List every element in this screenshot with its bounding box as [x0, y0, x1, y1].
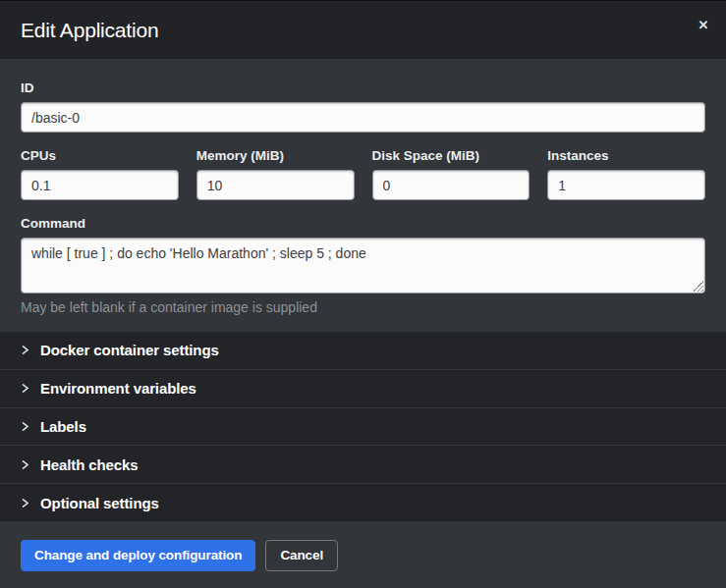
id-input[interactable] — [21, 102, 705, 133]
command-textarea[interactable]: while [ true ] ; do echo 'Hello Marathon… — [21, 238, 705, 294]
instances-input[interactable] — [547, 170, 705, 200]
accordion-optional-settings[interactable]: Optional settings — [0, 483, 726, 521]
modal-body: ID CPUs Memory (MiB) Disk Space (MiB) In… — [0, 59, 726, 332]
command-textarea-wrap: while [ true ] ; do echo 'Hello Marathon… — [21, 238, 705, 294]
accordion-labels[interactable]: Labels — [0, 407, 726, 446]
modal-title: Edit Application — [21, 19, 158, 42]
memory-input[interactable] — [196, 170, 355, 200]
close-icon[interactable]: ✕ — [694, 16, 713, 35]
command-help-text: May be left blank if a container image i… — [21, 299, 705, 315]
accordion-label: Docker container settings — [40, 342, 219, 358]
instances-label: Instances — [547, 148, 705, 163]
cpus-input[interactable] — [21, 170, 179, 200]
memory-field-group: Memory (MiB) — [196, 148, 355, 200]
chevron-right-icon — [21, 499, 29, 508]
chevron-right-icon — [21, 460, 29, 469]
modal-header: Edit Application ✕ — [0, 1, 726, 59]
id-field-group: ID — [21, 80, 705, 133]
cancel-button[interactable]: Cancel — [265, 540, 338, 571]
accordion-label: Labels — [40, 418, 86, 435]
accordion-label: Optional settings — [40, 495, 159, 511]
cpus-field-group: CPUs — [21, 148, 179, 200]
modal-footer: Change and deploy configuration Cancel — [0, 521, 726, 588]
command-field-group: Command while [ true ] ; do echo 'Hello … — [21, 216, 705, 315]
id-label: ID — [21, 80, 705, 95]
accordion-docker-container-settings[interactable]: Docker container settings — [0, 332, 726, 369]
change-and-deploy-button[interactable]: Change and deploy configuration — [21, 540, 255, 571]
chevron-right-icon — [21, 384, 29, 393]
memory-label: Memory (MiB) — [196, 148, 355, 163]
instances-field-group: Instances — [547, 148, 705, 200]
chevron-right-icon — [21, 346, 29, 354]
chevron-right-icon — [21, 422, 29, 431]
disk-field-group: Disk Space (MiB) — [372, 148, 531, 200]
accordion-health-checks[interactable]: Health checks — [0, 445, 726, 483]
disk-input[interactable] — [372, 170, 531, 200]
accordion-label: Environment variables — [40, 380, 196, 397]
accordion-environment-variables[interactable]: Environment variables — [0, 369, 726, 407]
cpus-label: CPUs — [21, 148, 179, 163]
disk-label: Disk Space (MiB) — [372, 148, 531, 163]
edit-application-modal: Edit Application ✕ ID CPUs Memory (MiB) … — [0, 0, 726, 588]
command-label: Command — [21, 216, 705, 231]
resources-row: CPUs Memory (MiB) Disk Space (MiB) Insta… — [21, 148, 705, 200]
accordion-sections: Docker container settings Environment va… — [0, 332, 726, 521]
accordion-label: Health checks — [40, 456, 139, 473]
